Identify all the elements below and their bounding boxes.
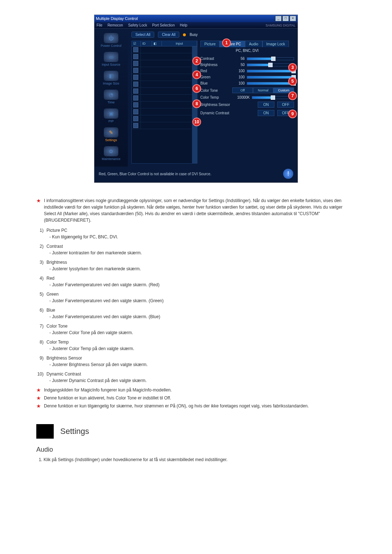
minimize-button[interactable]: _ (275, 16, 282, 21)
list-title: Picture PC (46, 227, 118, 234)
image-size-icon: ◧ (104, 71, 118, 81)
blue-slider[interactable] (247, 82, 294, 85)
table-row[interactable] (132, 53, 192, 60)
red-slider[interactable] (247, 70, 294, 73)
titlebar: Multiple Display Control _ □ × (94, 15, 298, 22)
power-icon: ⏻ (104, 33, 118, 43)
callout-8: 8 (192, 99, 201, 108)
note-text: Indgangskilden for MagicInfo fungerer ku… (44, 387, 172, 393)
grid-header-check[interactable]: ☑ (132, 41, 141, 46)
callout-7: 7 (288, 91, 297, 100)
callout-10: 10 (192, 118, 201, 126)
menu-file[interactable]: File (97, 23, 102, 27)
input-icon: ▭ (104, 52, 118, 62)
table-row[interactable] (132, 115, 192, 122)
color-tone-label: Color Tone (200, 89, 230, 93)
row-red: Red 100 (200, 68, 294, 74)
table-row[interactable] (132, 81, 192, 88)
table-row[interactable] (132, 60, 192, 67)
menu-remocon[interactable]: Remocon (107, 23, 123, 27)
green-slider[interactable] (247, 76, 294, 79)
list-sub: - Justerer Dynamic Contrast på den valgt… (46, 377, 147, 384)
tab-audio[interactable]: Audio (245, 41, 262, 47)
tone-normal[interactable]: Normal (253, 87, 274, 93)
list-title: Brightness Sensor (46, 355, 148, 361)
row-brightness-sensor: Brightness Sensor ON OFF (200, 100, 294, 109)
select-all-button[interactable]: Select All (131, 32, 154, 38)
table-row[interactable] (132, 67, 192, 74)
note-text: Denne funktion er kun aktiveret, hvis Co… (44, 395, 171, 401)
dcontrast-on-button[interactable]: ON (258, 110, 274, 116)
grid-header-input: Input (162, 41, 197, 46)
table-row[interactable] (132, 95, 192, 102)
green-label: Green (200, 75, 230, 79)
table-row[interactable] (132, 108, 192, 115)
table-row[interactable] (132, 88, 192, 95)
pip-icon: ▣ (104, 108, 118, 119)
sidebar-item-input-source[interactable]: ▭Input Source (94, 50, 128, 69)
row-brightness: Brightness 50 (200, 62, 294, 68)
sidebar-item-label: Settings (105, 138, 117, 142)
list-sub: - Justerer lysstyrken for den markerede … (46, 266, 141, 272)
list-title: Red (46, 275, 159, 282)
color-temp-label: Color Temp (200, 95, 230, 99)
window-controls: _ □ × (275, 16, 296, 21)
subsection-item: Klik på Settings (Indstillinger) under h… (44, 457, 356, 462)
close-button[interactable]: × (290, 16, 296, 21)
color-temp-slider[interactable] (252, 96, 294, 99)
blue-label: Blue (200, 81, 230, 85)
list-sub: - Juster Farvetemperaturen ved den valgt… (46, 282, 159, 288)
brightness-slider[interactable] (247, 63, 294, 66)
clear-all-button[interactable]: Clear All (158, 32, 179, 38)
sidebar-item-settings[interactable]: ✎Settings (94, 126, 128, 145)
sidebar-item-label: Maintenance (102, 157, 121, 161)
table-row[interactable] (132, 46, 192, 53)
sidebar-item-pip[interactable]: ▣PIP (94, 107, 128, 126)
list-num: 10) (36, 371, 44, 384)
color-temp-value: 10000K (232, 95, 250, 99)
sidebar-item-label: Time (107, 100, 115, 104)
menu-help[interactable]: Help (180, 23, 187, 27)
sidebar-item-image-size[interactable]: ◧Image Size (94, 69, 128, 88)
table-row[interactable] (132, 74, 192, 81)
bsensor-off-button[interactable]: OFF (277, 102, 294, 108)
sidebar-item-time[interactable]: ◔Time (94, 88, 128, 107)
menu-port-selection[interactable]: Port Selection (152, 23, 175, 27)
callout-2: 2 (192, 57, 201, 65)
contrast-slider[interactable] (247, 57, 294, 60)
tone-off[interactable]: Off (232, 87, 253, 93)
settings-icon: ✎ (104, 127, 118, 138)
red-label: Red (200, 69, 230, 73)
list-sub: - Kun tilgængelig for PC, BNC, DVI. (46, 234, 118, 240)
intro-text: I informationsgitteret vises nogle grund… (44, 197, 356, 223)
sidebar-item-label: Input Source (102, 63, 120, 66)
table-row[interactable] (132, 102, 192, 108)
list-num: 4) (36, 275, 44, 288)
menu-safety-lock[interactable]: Safety Lock (128, 23, 147, 27)
tab-image-lock[interactable]: Image Lock (262, 41, 289, 47)
bsensor-on-button[interactable]: ON (258, 102, 274, 108)
brightness-label: Brightness (200, 63, 230, 67)
sidebar-item-power-control[interactable]: ⏻Power Control (94, 32, 128, 50)
row-contrast: Contrast 56 (200, 56, 294, 62)
star-icon: ★ (36, 403, 41, 409)
source-subhead: PC, BNC, DVI (200, 47, 294, 56)
color-tone-selector[interactable]: Off Normal Custom (232, 87, 294, 93)
subsection-audio: Audio Klik på Settings (Indstillinger) u… (36, 446, 356, 462)
section-header: Settings (36, 424, 370, 439)
list-title: Brightness (46, 259, 141, 266)
sidebar-item-maintenance[interactable]: ✿Maintenance (94, 145, 128, 164)
display-grid: ☑ ID ◧ Input (131, 41, 197, 164)
sidebar-item-label: PIP (109, 119, 114, 123)
callout-3: 3 (288, 63, 297, 72)
callout-9: 9 (288, 110, 297, 118)
table-row[interactable] (132, 122, 192, 129)
brightness-sensor-label: Brightness Sensor (200, 103, 240, 107)
red-value: 100 (232, 69, 245, 73)
tab-picture[interactable]: Picture (200, 41, 220, 47)
section-icon (36, 424, 54, 439)
time-icon: ◔ (104, 90, 118, 100)
maximize-button[interactable]: □ (282, 16, 289, 21)
row-color-tone: Color Tone Off Normal Custom (200, 86, 294, 94)
list-num: 1) (36, 227, 44, 240)
